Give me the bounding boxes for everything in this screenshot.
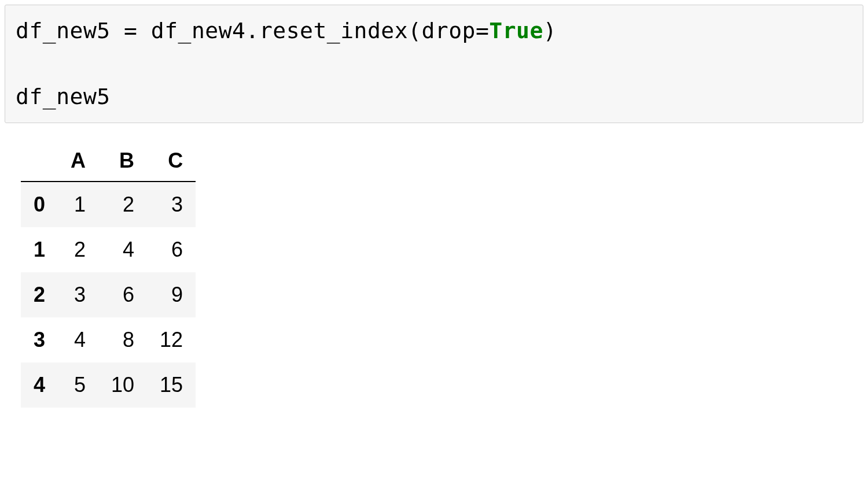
table-cell: 6 (147, 227, 196, 272)
output-area: A B C 0 1 2 3 1 2 4 6 2 3 6 9 (0, 123, 868, 408)
code-kwarg-equals: = (476, 18, 489, 43)
table-cell: 1 (58, 182, 98, 227)
code-dot: . (245, 18, 259, 43)
table-row: 2 3 6 9 (21, 272, 196, 317)
table-cell: 2 (98, 182, 147, 227)
code-kwarg-name: drop (421, 18, 476, 43)
table-cell: 4 (98, 227, 147, 272)
table-cell: 3 (58, 272, 98, 317)
table-cell: 8 (98, 317, 147, 362)
table-row-index: 3 (21, 317, 58, 362)
table-column-header: B (98, 140, 147, 182)
code-kwarg-value: True (489, 18, 543, 43)
table-row: 4 5 10 15 (21, 362, 196, 408)
code-paren-close: ) (543, 18, 557, 43)
code-paren-open: ( (408, 18, 421, 43)
table-cell: 6 (98, 272, 147, 317)
table-cell: 15 (147, 362, 196, 408)
code-line-2: df_new5 (16, 84, 111, 109)
table-row-index: 1 (21, 227, 58, 272)
table-cell: 3 (147, 182, 196, 227)
table-cell: 4 (58, 317, 98, 362)
table-row-index: 0 (21, 182, 58, 227)
table-header: A B C (21, 140, 196, 182)
code-method-name: reset_index (259, 18, 408, 43)
table-cell: 5 (58, 362, 98, 408)
table-cell: 9 (147, 272, 196, 317)
table-header-blank (21, 140, 58, 182)
table-row: 3 4 8 12 (21, 317, 196, 362)
table-row: 1 2 4 6 (21, 227, 196, 272)
code-assign-operator: = (124, 18, 137, 43)
table-row-index: 4 (21, 362, 58, 408)
table-column-header: C (147, 140, 196, 182)
table-row: 0 1 2 3 (21, 182, 196, 227)
table-cell: 2 (58, 227, 98, 272)
table-body: 0 1 2 3 1 2 4 6 2 3 6 9 3 4 8 12 (21, 182, 196, 408)
dataframe-table: A B C 0 1 2 3 1 2 4 6 2 3 6 9 (21, 140, 196, 408)
table-row-index: 2 (21, 272, 58, 317)
code-input-cell[interactable]: df_new5 = df_new4.reset_index(drop=True)… (5, 5, 863, 123)
code-var-target: df_new5 (16, 18, 111, 43)
code-line-1: df_new5 = df_new4.reset_index(drop=True) (16, 18, 557, 43)
table-cell: 10 (98, 362, 147, 408)
table-cell: 12 (147, 317, 196, 362)
code-var-source: df_new4 (151, 18, 246, 43)
table-column-header: A (58, 140, 98, 182)
